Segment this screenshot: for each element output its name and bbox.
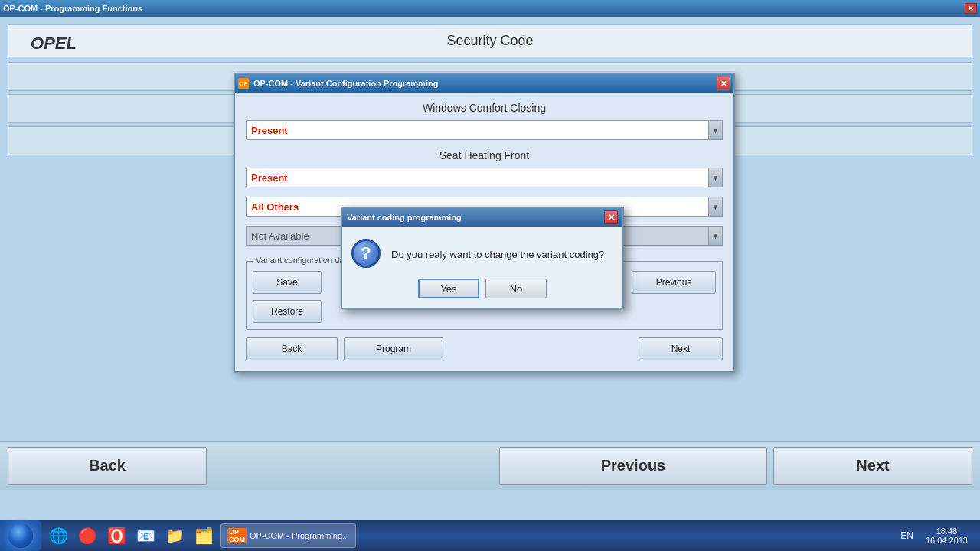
section-title-1: Windows Comfort Closing [246,102,723,114]
windows-comfort-dropdown[interactable]: Present ▼ [246,120,723,140]
main-titlebar: OP-COM - Programming Functions ✕ [0,0,980,17]
vc-message: Do you realy want to change the variant … [391,249,604,260]
taskbar-tray: EN 18:48 16.04.2013 [894,527,980,545]
vcp-icon-label: OP [239,80,248,87]
vcp-next-button[interactable]: Next [639,337,723,360]
taskbar-icons: 🌐 🔴 🅾️ 📧 📁 🗂️ [41,522,220,549]
clock-date: 16.04.2013 [926,536,968,545]
vc-message-row: ? Do you realy want to change the varian… [351,239,613,269]
opel-logo: OPEL [15,17,92,70]
section-title-2: Seat Heating Front [246,149,723,161]
vc-body: ? Do you realy want to change the varian… [342,227,622,308]
windows-orb [8,523,33,548]
seat-heating-value: Present [251,172,717,184]
ie-icon[interactable]: 🌐 [44,522,72,549]
vcp-back-button[interactable]: Back [246,337,338,360]
vcp-save-button[interactable]: Save [253,271,322,294]
vc-question-icon: ? [351,239,382,269]
bottom-navigation: Back Previous Next [0,441,980,490]
vc-titlebar: Variant coding programming ✕ [342,208,622,227]
all-others-arrow: ▼ [708,197,722,216]
taskbar-app-label: OP-COM - Programming... [250,531,349,540]
opera-icon[interactable]: 🅾️ [103,522,130,549]
chrome-icon[interactable]: 🔴 [74,522,101,549]
taskbar: 🌐 🔴 🅾️ 📧 📁 🗂️ OPCOM OP-COM - Programming… [0,520,980,551]
vc-yes-button[interactable]: Yes [418,279,479,298]
bottom-previous-button[interactable]: Previous [499,447,767,485]
vc-title: Variant coding programming [347,213,462,222]
main-title: OP-COM - Programming Functions [3,4,142,13]
vcp-restore-button[interactable]: Restore [253,300,322,323]
outlook-icon[interactable]: 📧 [132,522,159,549]
locale-label: EN [900,530,913,541]
vc-dialog: Variant coding programming ✕ ? Do you re… [341,207,624,309]
taskbar-app-opcom[interactable]: OPCOM OP-COM - Programming... [220,523,356,548]
vcp-title: OP-COM - Variant Configuration Programmi… [253,79,438,88]
vcp-icon: OP [238,78,249,89]
not-available-arrow: ▼ [708,227,722,245]
vc-buttons: Yes No [351,279,613,298]
tray-clock: 18:48 16.04.2013 [920,527,974,545]
windows-comfort-value: Present [251,125,717,136]
security-code-header: Security Code [8,24,972,57]
com-badge: OPCOM [227,528,247,543]
vcp-previous-button[interactable]: Previous [632,271,716,294]
seat-heating-arrow: ▼ [708,168,722,187]
vcp-close-button[interactable]: ✕ [717,77,730,90]
main-close-button[interactable]: ✕ [965,3,977,14]
bottom-next-button[interactable]: Next [773,447,972,485]
seat-heating-dropdown[interactable]: Present ▼ [246,168,723,187]
bottom-back-button[interactable]: Back [8,447,207,485]
vcp-btn-row2: Back Program Next [246,337,723,360]
vc-close-button[interactable]: ✕ [604,210,618,224]
variant-data-legend: Variant configuration data [253,256,354,265]
folder-icon[interactable]: 🗂️ [190,522,217,549]
security-code-title: Security Code [446,33,533,48]
explorer-icon[interactable]: 📁 [161,522,188,549]
vcp-program-button[interactable]: Program [344,337,443,360]
vc-no-button[interactable]: No [485,279,547,298]
vc-icon-circle: ? [351,239,381,268]
start-button[interactable] [0,520,41,551]
windows-comfort-arrow: ▼ [708,121,722,139]
vcp-titlebar: OP OP-COM - Variant Configuration Progra… [235,74,733,93]
clock-time: 18:48 [936,527,958,536]
